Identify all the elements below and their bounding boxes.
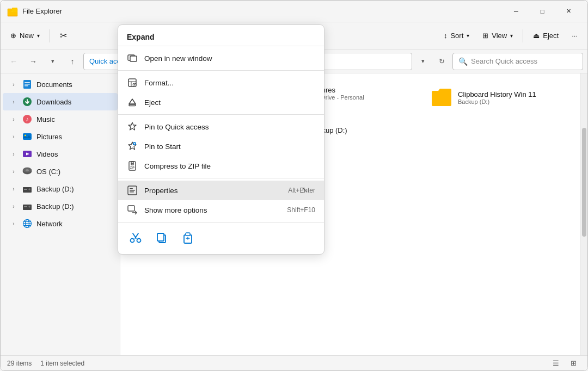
item-count: 29 items bbox=[7, 360, 32, 367]
new-icon: ⊕ bbox=[10, 32, 16, 40]
list-view-button[interactable]: ☰ bbox=[548, 357, 564, 369]
toolbar-separator-1 bbox=[50, 29, 50, 42]
nav-dropdown-button[interactable]: ▾ bbox=[44, 53, 62, 70]
scrollbar-thumb[interactable] bbox=[582, 128, 586, 237]
sort-icon: ↕ bbox=[444, 32, 448, 40]
ctx-pin-quick-access[interactable]: Pin to Quick access bbox=[118, 117, 324, 137]
file-item-info: Clipboard History Win 11 Backup (D:) bbox=[458, 90, 566, 105]
sidebar-item-backupd2[interactable]: › Backup (D:) bbox=[3, 197, 118, 215]
sort-button[interactable]: ↕ Sort ▾ bbox=[438, 26, 475, 46]
downloads-icon bbox=[22, 97, 32, 107]
svg-rect-47 bbox=[130, 188, 133, 189]
file-sub: Backup (D:) bbox=[458, 98, 566, 105]
view-icon: ⊞ bbox=[482, 32, 488, 40]
window-title: File Explorer bbox=[22, 7, 504, 15]
maximize-button[interactable]: □ bbox=[530, 3, 555, 20]
format-icon bbox=[127, 77, 138, 88]
chevron-icon: › bbox=[9, 219, 18, 228]
backupd2-icon bbox=[22, 201, 32, 211]
sidebar-item-pictures[interactable]: › Pictures bbox=[3, 128, 118, 145]
pictures-label: Pictures bbox=[36, 133, 62, 141]
back-button[interactable]: ← bbox=[5, 53, 22, 70]
up-button[interactable]: ↑ bbox=[64, 53, 81, 70]
downloads-label: Downloads bbox=[36, 98, 71, 106]
forward-button[interactable]: → bbox=[24, 53, 42, 70]
ctx-label: Pin to Start bbox=[144, 143, 181, 151]
search-box[interactable]: 🔍 Search Quick access bbox=[452, 53, 583, 70]
ctx-properties[interactable]: Properties Alt+Enter ↖ bbox=[118, 181, 324, 200]
svg-rect-23 bbox=[23, 205, 32, 210]
svg-point-25 bbox=[29, 206, 30, 207]
ctx-paste-icon[interactable] bbox=[179, 229, 197, 246]
view-dropdown-icon: ▾ bbox=[510, 33, 513, 39]
ctx-bottom-icons bbox=[118, 225, 324, 251]
file-name: Pictures bbox=[310, 86, 418, 94]
svg-rect-4 bbox=[8, 9, 17, 15]
new-dropdown-icon: ▾ bbox=[37, 33, 40, 39]
svg-text:♪: ♪ bbox=[26, 116, 29, 122]
ctx-label: Eject bbox=[144, 98, 161, 107]
documents-label: Documents bbox=[36, 81, 72, 89]
context-menu: Expand Open in new window bbox=[118, 24, 324, 255]
ctx-copy-icon[interactable] bbox=[153, 229, 170, 246]
sidebar-item-network[interactable]: › Network bbox=[3, 215, 118, 232]
close-button[interactable]: ✕ bbox=[556, 3, 581, 20]
svg-text:ZIP: ZIP bbox=[130, 166, 134, 169]
sidebar-item-backupd1[interactable]: › Backup (D:) bbox=[3, 180, 118, 197]
chevron-icon: › bbox=[9, 202, 18, 211]
sidebar-item-downloads[interactable]: › Downloads bbox=[3, 93, 118, 110]
sidebar-item-documents[interactable]: › Documents bbox=[3, 76, 118, 93]
sidebar-item-osc[interactable]: › OS (C:) bbox=[3, 163, 118, 180]
chevron-icon: › bbox=[9, 184, 18, 193]
refresh-button[interactable]: ↻ bbox=[433, 53, 450, 70]
title-bar: File Explorer ─ □ ✕ bbox=[1, 1, 587, 22]
backupd1-label: Backup (D:) bbox=[36, 185, 74, 193]
ctx-label: Format... bbox=[144, 79, 174, 87]
ctx-cut-icon[interactable] bbox=[127, 229, 144, 246]
sidebar: › Documents › bbox=[1, 73, 120, 355]
sidebar-item-music[interactable]: › ♪ Music bbox=[3, 110, 118, 128]
svg-rect-50 bbox=[128, 206, 134, 211]
svg-point-51 bbox=[131, 239, 134, 243]
ctx-eject[interactable]: Eject bbox=[118, 92, 324, 112]
eject-button[interactable]: ⏏ Eject bbox=[528, 26, 564, 46]
cut-toolbar-button[interactable]: ✂ bbox=[54, 26, 72, 46]
file-item-clipboard[interactable]: Clipboard History Win 11 Backup (D:) bbox=[425, 82, 571, 113]
chevron-icon: › bbox=[9, 115, 18, 123]
svg-rect-24 bbox=[24, 206, 27, 207]
scrollbar[interactable] bbox=[580, 73, 587, 355]
app-icon bbox=[7, 6, 18, 17]
clipboard-folder-icon bbox=[431, 86, 452, 108]
backupd1-icon bbox=[22, 184, 32, 194]
eject-icon: ⏏ bbox=[533, 32, 540, 40]
more-options-icon bbox=[127, 205, 138, 215]
svg-rect-56 bbox=[186, 233, 190, 236]
grid-view-button[interactable]: ⊞ bbox=[566, 357, 581, 369]
search-icon: 🔍 bbox=[458, 57, 468, 66]
ctx-compress-zip[interactable]: ZIP Compress to ZIP file bbox=[118, 156, 324, 176]
view-button[interactable]: ⊞ View ▾ bbox=[477, 26, 518, 46]
svg-rect-6 bbox=[24, 82, 30, 83]
more-button[interactable]: ··· bbox=[566, 26, 583, 46]
ctx-pin-start[interactable]: Pin to Start bbox=[118, 137, 324, 156]
ctx-separator-5 bbox=[118, 222, 324, 222]
sort-dropdown-icon: ▾ bbox=[467, 33, 469, 39]
address-dropdown-button[interactable]: ▾ bbox=[414, 53, 432, 70]
status-bar: 29 items 1 item selected ☰ ⊞ bbox=[1, 355, 587, 370]
new-button[interactable]: ⊕ New ▾ bbox=[5, 26, 45, 46]
window-controls: ─ □ ✕ bbox=[504, 3, 581, 20]
ctx-show-more-options[interactable]: Show more options Shift+F10 bbox=[118, 200, 324, 220]
svg-rect-7 bbox=[24, 84, 30, 85]
svg-rect-48 bbox=[130, 190, 135, 191]
ctx-open-new-window[interactable]: Open in new window bbox=[118, 48, 324, 68]
osc-label: OS (C:) bbox=[36, 168, 60, 176]
ctx-label: Show more options bbox=[144, 206, 207, 214]
svg-rect-54 bbox=[157, 233, 164, 241]
file-name: Clipboard History Win 11 bbox=[458, 90, 566, 98]
svg-rect-8 bbox=[24, 85, 28, 86]
sidebar-item-videos[interactable]: › Videos bbox=[3, 145, 118, 163]
ctx-expand[interactable]: Expand bbox=[118, 28, 324, 44]
minimize-button[interactable]: ─ bbox=[504, 3, 529, 20]
file-explorer-window: File Explorer ─ □ ✕ ⊕ New ▾ ✂ ↕ Sort ▾ ⊞… bbox=[0, 0, 588, 371]
ctx-format[interactable]: Format... bbox=[118, 73, 324, 92]
